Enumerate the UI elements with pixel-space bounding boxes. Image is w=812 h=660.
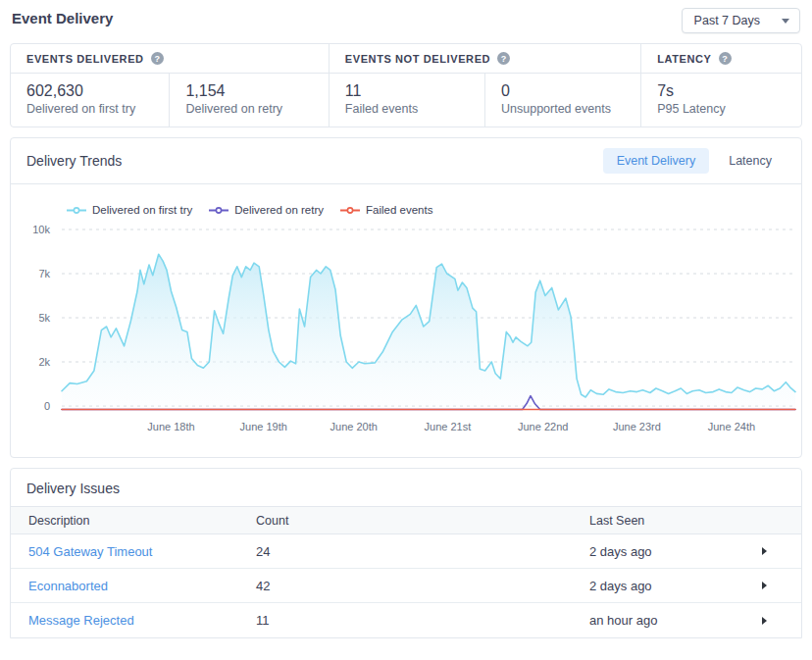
stat-value: 11: [345, 82, 469, 100]
issue-description-link[interactable]: Econnaborted: [28, 579, 256, 593]
stat-body: 7s P95 Latency: [641, 74, 801, 127]
stat-group-events-delivered: EVENTS DELIVERED ? 602,630 Delivered on …: [11, 44, 330, 127]
stat-label: Delivered on retry: [185, 102, 312, 116]
stat-group-latency: LATENCY ? 7s P95 Latency: [641, 44, 801, 127]
stat-failed-events: 11 Failed events: [330, 74, 485, 127]
issue-count: 24: [256, 544, 589, 559]
stat-group-header: LATENCY ?: [641, 44, 801, 74]
stat-group-header: EVENTS DELIVERED ?: [11, 44, 329, 74]
svg-text:June 20th: June 20th: [330, 421, 378, 432]
svg-text:June 22nd: June 22nd: [518, 421, 568, 432]
chevron-down-icon: [782, 19, 789, 24]
legend-marker-icon: [208, 206, 229, 215]
chart-area: 10k7k5k2k0June 18thJune 19thJune 20thJun…: [11, 220, 801, 457]
issues-table-body: 504 Gateway Timeout242 days agoEconnabor…: [11, 534, 801, 637]
issues-table: Description Count Last Seen 504 Gateway …: [11, 506, 801, 637]
stat-body: 602,630 Delivered on first try 1,154 Del…: [11, 74, 329, 127]
trends-title: Delivery Trends: [26, 153, 122, 169]
issue-last-seen: an hour ago: [589, 613, 762, 628]
column-count: Count: [256, 514, 589, 528]
issue-row[interactable]: Message Rejected11an hour ago: [11, 603, 801, 637]
issues-title: Delivery Issues: [11, 469, 801, 506]
legend-item: Failed events: [339, 204, 432, 216]
tab-event-delivery[interactable]: Event Delivery: [603, 148, 710, 174]
stat-group-label: EVENTS DELIVERED: [26, 53, 144, 65]
event-delivery-page: Event Delivery Past 7 Days EVENTS DELIVE…: [0, 0, 812, 638]
stats-card: EVENTS DELIVERED ? 602,630 Delivered on …: [10, 43, 802, 127]
column-description: Description: [28, 514, 256, 528]
svg-text:June 23rd: June 23rd: [613, 421, 661, 432]
trends-header: Delivery Trends Event Delivery Latency: [11, 138, 801, 184]
stat-p95-latency: 7s P95 Latency: [641, 74, 801, 127]
time-range-select[interactable]: Past 7 Days: [682, 8, 800, 33]
column-last-seen: Last Seen: [589, 514, 762, 528]
delivery-trends-chart: 10k7k5k2k0June 18thJune 19thJune 20thJun…: [11, 222, 803, 439]
issue-row[interactable]: Econnaborted422 days ago: [11, 569, 801, 603]
chart-legend: Delivered on first tryDelivered on retry…: [66, 204, 801, 216]
delivery-trends-card: Delivery Trends Event Delivery Latency D…: [10, 137, 802, 458]
chevron-right-icon[interactable]: [762, 547, 767, 555]
legend-item: Delivered on first try: [66, 204, 192, 216]
legend-label: Delivered on first try: [92, 204, 192, 216]
svg-text:10k: 10k: [32, 224, 50, 235]
legend-marker-icon: [339, 206, 361, 215]
stat-unsupported-events: 0 Unsupported events: [485, 74, 640, 127]
trends-tabs: Event Delivery Latency: [603, 148, 786, 174]
stat-group-header: EVENTS NOT DELIVERED ?: [330, 44, 640, 74]
stat-delivered-first-try: 602,630 Delivered on first try: [11, 74, 170, 127]
help-icon[interactable]: ?: [151, 52, 164, 65]
delivery-issues-card: Delivery Issues Description Count Last S…: [10, 468, 802, 638]
issue-description-link[interactable]: 504 Gateway Timeout: [28, 544, 256, 559]
legend-label: Failed events: [366, 204, 432, 216]
svg-text:2k: 2k: [38, 356, 50, 368]
issues-table-header: Description Count Last Seen: [11, 506, 801, 534]
svg-text:June 21st: June 21st: [425, 421, 472, 432]
issue-last-seen: 2 days ago: [589, 544, 762, 559]
chevron-right-icon[interactable]: [762, 582, 767, 589]
issue-description-link[interactable]: Message Rejected: [28, 613, 256, 628]
svg-text:0: 0: [44, 400, 50, 412]
stat-group-label: EVENTS NOT DELIVERED: [345, 53, 490, 65]
legend-marker-icon: [66, 206, 87, 215]
svg-text:5k: 5k: [38, 312, 50, 324]
stat-group-label: LATENCY: [657, 53, 711, 65]
stat-body: 11 Failed events 0 Unsupported events: [330, 74, 640, 127]
issue-count: 42: [256, 579, 589, 593]
time-range-value: Past 7 Days: [694, 14, 760, 27]
stat-group-events-not-delivered: EVENTS NOT DELIVERED ? 11 Failed events …: [330, 44, 641, 127]
issue-count: 11: [256, 613, 589, 628]
help-icon[interactable]: ?: [719, 52, 732, 65]
stat-label: Unsupported events: [501, 102, 625, 116]
page-title: Event Delivery: [12, 8, 113, 26]
stat-value: 7s: [657, 82, 786, 100]
stat-value: 0: [501, 82, 625, 100]
stat-value: 1,154: [185, 82, 312, 100]
stat-value: 602,630: [26, 82, 153, 100]
svg-text:June 24th: June 24th: [708, 421, 755, 432]
stat-delivered-retry: 1,154 Delivered on retry: [170, 74, 328, 127]
svg-text:June 19th: June 19th: [240, 421, 287, 432]
chevron-right-icon[interactable]: [762, 617, 767, 625]
svg-text:7k: 7k: [38, 268, 50, 279]
help-icon[interactable]: ?: [497, 52, 510, 65]
stat-label: Delivered on first try: [26, 102, 153, 116]
stat-label: P95 Latency: [657, 102, 786, 116]
stat-label: Failed events: [345, 102, 469, 116]
legend-item: Delivered on retry: [208, 204, 324, 216]
issue-row[interactable]: 504 Gateway Timeout242 days ago: [11, 534, 801, 569]
tab-latency[interactable]: Latency: [715, 148, 786, 174]
issue-last-seen: 2 days ago: [589, 579, 762, 593]
topbar: Event Delivery Past 7 Days: [10, 6, 802, 43]
svg-text:June 18th: June 18th: [147, 421, 194, 432]
legend-label: Delivered on retry: [234, 204, 324, 216]
